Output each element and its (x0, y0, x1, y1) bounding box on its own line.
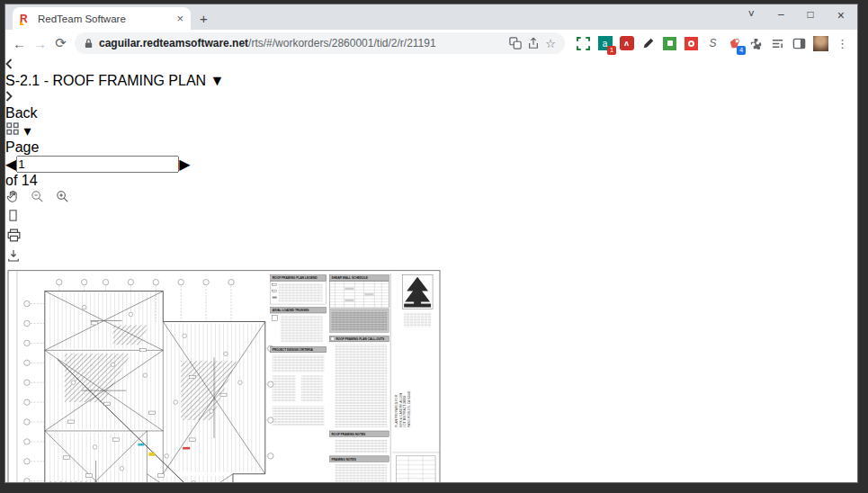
callouts-title: ROOF FRAMING PLAN CALL-OUTS (336, 337, 384, 341)
kebab-menu-icon[interactable]: ⋮ (835, 36, 850, 51)
acrobat-ext-icon[interactable]: ᴧ (619, 36, 634, 51)
side-panel-icon[interactable] (792, 36, 807, 51)
axial-title: AXIAL LOADED TRUSSES (273, 309, 310, 312)
drawing-viewer: ROOF FRAMING PLAN ROOF FRAMING PLAN LEGE… (5, 267, 857, 482)
s-ext-icon[interactable]: S (705, 36, 720, 51)
new-tab-button[interactable]: + (200, 11, 208, 26)
window-controls: ˅ – □ × (748, 8, 845, 22)
pan-hand-icon[interactable] (5, 192, 21, 207)
browser-window: R RedTeam Software × + ˅ – □ × ← → ⟳ cag… (5, 4, 857, 482)
chevron-down-icon: ▼ (210, 73, 225, 88)
previous-sheet-button[interactable] (5, 57, 857, 73)
redteam-favicon-icon: R (20, 13, 32, 25)
download-icon[interactable] (5, 251, 22, 266)
fit-page-icon[interactable] (5, 211, 21, 226)
extensions-row: a1 ᴧ S 4 ⋮ (576, 36, 850, 51)
red-circle-ext-icon[interactable] (684, 36, 699, 51)
reading-list-icon[interactable] (770, 36, 785, 51)
criteria-title: PROJECT DESIGN CRITERIA (273, 348, 314, 352)
tab-title: RedTeam Software (38, 13, 171, 24)
minimize-button[interactable]: – (778, 8, 784, 22)
tab-strip: R RedTeam Software × + ˅ – □ × (5, 4, 857, 30)
lock-icon (84, 38, 94, 49)
legend-title: ROOF FRAMING PLAN LEGEND (273, 276, 318, 280)
page-prev-button[interactable]: ◀ (5, 156, 16, 173)
schedule-title: SHEAR WALL SCHEDULE (332, 276, 369, 280)
address-bar: ← → ⟳ caguilar.redteamsoftware.net/rts/#… (5, 30, 857, 57)
prepared-for-line: PASO ROBLES, CA 93446 (407, 390, 411, 427)
url-omnibox[interactable]: caguilar.redteamsoftware.net/rts/#/worko… (75, 32, 565, 54)
back-button[interactable]: Back (5, 105, 857, 121)
framing-notes-title: FRAMING NOTES (332, 458, 357, 462)
green-circle-ext-icon[interactable] (662, 36, 677, 51)
page-next-button[interactable]: ▶ (179, 156, 190, 173)
prepared-for-line: LOT 109 TRACT 30002 (403, 395, 407, 427)
zoom-out-icon[interactable] (30, 192, 45, 207)
next-sheet-button[interactable] (5, 89, 857, 105)
thumbnails-grid-icon[interactable] (5, 123, 20, 139)
sheet-toolbar: S-2.1 - ROOF FRAMING PLAN ▼ Back (5, 57, 857, 121)
page-number-input[interactable] (16, 156, 179, 173)
pink-ext-icon[interactable]: 4 (727, 36, 742, 51)
thumbnails-caret-icon[interactable]: ▾ (23, 123, 31, 139)
sheet-selector-dropdown[interactable]: S-2.1 - ROOF FRAMING PLAN ▼ (5, 73, 857, 89)
bookmark-star-icon[interactable]: ☆ (545, 37, 556, 50)
redteam-app: S-2.1 - ROOF FRAMING PLAN ▼ Back ▾ Page … (5, 57, 857, 482)
maximize-button[interactable]: □ (808, 8, 814, 22)
translate-icon[interactable] (509, 37, 522, 49)
print-icon[interactable] (5, 231, 22, 246)
zoom-in-icon[interactable] (55, 192, 70, 207)
ext-a-icon[interactable]: a1 (597, 36, 613, 51)
pencil-ext-icon[interactable] (640, 36, 656, 51)
roof-notes-title: ROOF FRAMING NOTES (332, 433, 367, 436)
sheet-selector-value: S-2.1 - ROOF FRAMING PLAN (5, 73, 206, 88)
close-button[interactable]: × (837, 8, 845, 22)
page-label: Page (5, 139, 39, 155)
browser-tab[interactable]: R RedTeam Software × (13, 7, 191, 30)
reload-icon[interactable]: ⟳ (54, 35, 67, 51)
puzzle-extensions-icon[interactable] (748, 36, 764, 51)
profile-avatar[interactable] (813, 36, 828, 51)
share-icon[interactable] (527, 37, 540, 49)
page-total-label: of 14 (5, 173, 38, 188)
url-text: caguilar.redteamsoftware.net/rts/#/worko… (99, 37, 504, 49)
back-nav-icon[interactable]: ← (13, 36, 26, 51)
pdf-toolbar: ▾ Page ◀ ▶ of 14 (5, 121, 857, 267)
roof-framing-plan-drawing: ROOF FRAMING PLAN ROOF FRAMING PLAN LEGE… (5, 267, 443, 482)
prepared-for-line: PLAN PREPARED FOR (395, 394, 398, 427)
prepared-for-line: KIRK & CAMERE ALLEN (399, 393, 403, 427)
drawing-sheet[interactable]: ROOF FRAMING PLAN ROOF FRAMING PLAN LEGE… (5, 267, 857, 482)
link-marker-cyan (138, 444, 144, 446)
tab-close-icon[interactable]: × (176, 12, 183, 25)
screenshot-frame: R RedTeam Software × + ˅ – □ × ← → ⟳ cag… (0, 0, 868, 493)
link-marker-red (183, 447, 190, 450)
forward-nav-icon[interactable]: → (33, 36, 47, 51)
tab-search-icon[interactable]: ˅ (748, 8, 755, 22)
link-marker-yellow (148, 453, 155, 456)
screenshot-ext-icon[interactable] (576, 36, 591, 51)
